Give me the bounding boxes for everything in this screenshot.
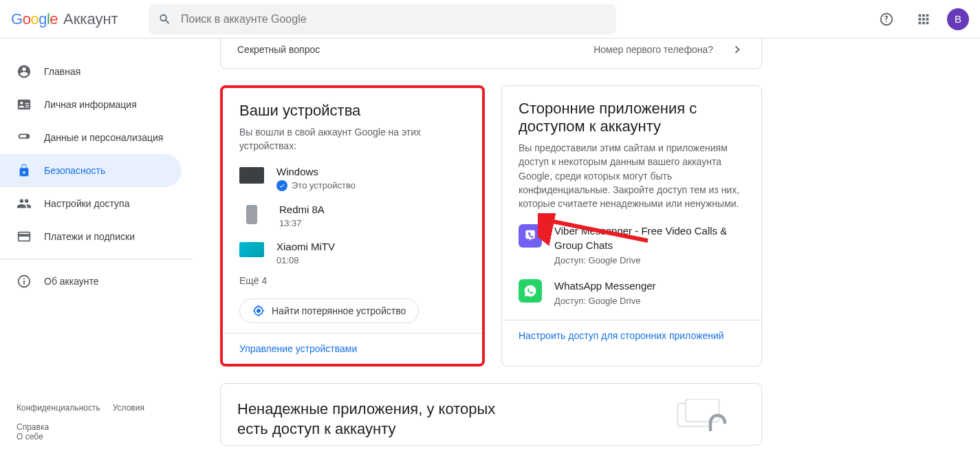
search-icon [158,12,171,26]
app-meta: Доступ: Google Drive [554,296,656,306]
manage-devices-link[interactable]: Управление устройствами [239,343,357,354]
desktop-icon [239,167,264,184]
sidebar-item-label: Личная информация [44,99,137,110]
sidebar-item-label: Главная [44,66,80,77]
check-badge-icon [276,180,287,191]
app-row[interactable]: Viber Messenger - Free Video Calls & Gro… [519,224,745,265]
sidebar-item-label: Об аккаунте [44,276,99,287]
less-secure-title: Ненадежные приложения, у которых есть до… [237,399,512,439]
footer-terms-link[interactable]: Условия [113,403,144,413]
devices-card: Ваши устройства Вы вошли в свой аккаунт … [220,85,485,367]
device-row[interactable]: Xiaomi MiTV 01:08 [239,241,466,265]
device-name: Xiaomi MiTV [276,241,335,252]
product-name: Аккаунт [63,10,118,28]
chevron-right-icon [730,42,745,57]
device-meta: Это устройство [276,180,356,191]
lock-icon [17,163,32,178]
sidebar-item-label: Безопасность [44,165,105,176]
devices-title: Ваши устройства [239,102,466,120]
help-button[interactable] [873,6,900,33]
sidebar-footer: Конфиденциальность Условия Справка О себ… [0,391,193,458]
device-meta: 13:37 [279,218,325,228]
apps-button[interactable] [910,6,937,33]
sidebar-item-label: Платежи и подписки [44,231,135,242]
apps-title: Сторонние приложения с доступом к аккаун… [519,100,745,135]
footer-privacy-link[interactable]: Конфиденциальность [17,403,100,413]
find-device-button[interactable]: Найти потерянное устройство [239,298,419,323]
device-name: Windows [276,166,356,177]
device-row[interactable]: Windows Это устройство [239,166,466,191]
app-row[interactable]: WhatsApp Messenger Доступ: Google Drive [519,279,745,306]
sidebar-item-label: Данные и персонализация [44,132,163,143]
device-name: Redmi 8A [279,204,325,215]
devices-more[interactable]: Ещё 4 [239,275,466,286]
info-icon [17,274,32,289]
sidebar-item-label: Настройки доступа [44,198,129,209]
id-card-icon [17,97,32,112]
logo-lockup[interactable]: Google Аккаунт [11,10,135,28]
people-icon [17,196,32,211]
sidebar-item-about[interactable]: Об аккаунте [0,265,182,298]
device-meta: 01:08 [276,255,335,265]
sidebar-item-home[interactable]: Главная [0,55,182,88]
row-label: Секретный вопрос [237,44,320,55]
sidebar-item-personal[interactable]: Личная информация [0,88,182,121]
user-circle-icon [17,64,32,79]
device-meta-text: Это устройство [292,180,356,190]
nav-separator [0,259,193,259]
phone-icon [246,205,257,224]
toggles-icon [17,130,32,145]
manage-apps-link[interactable]: Настроить доступ для сторонних приложени… [519,330,724,341]
sidebar-item-sharing[interactable]: Настройки доступа [0,187,182,220]
secret-question-row[interactable]: Секретный вопрос Номер первого телефона? [220,39,762,69]
header-tools: B [873,6,969,33]
sidebar-item-payments[interactable]: Платежи и подписки [0,220,182,253]
footer-about-link[interactable]: О себе [17,432,43,441]
sidebar: Главная Личная информация Данные и персо… [0,39,193,458]
content: Секретный вопрос Номер первого телефона?… [193,39,980,458]
header: Google Аккаунт B [0,0,980,39]
help-icon [879,12,894,27]
footer-help-link[interactable]: Справка [17,422,176,432]
app-meta: Доступ: Google Drive [554,255,745,265]
less-secure-illustration [669,399,745,433]
less-secure-apps-card: Ненадежные приложения, у которых есть до… [220,383,762,446]
apps-grid-icon [916,12,931,27]
sidebar-item-data[interactable]: Данные и персонализация [0,121,182,154]
google-logo: Google [11,10,58,28]
search-input[interactable] [181,13,607,25]
credit-card-icon [17,229,32,244]
whatsapp-icon [519,279,542,303]
viber-icon [519,224,542,248]
account-avatar[interactable]: B [947,8,969,30]
app-name: WhatsApp Messenger [554,279,656,293]
row-value: Номер первого телефона? [594,44,713,55]
sidebar-item-security[interactable]: Безопасность [0,154,182,187]
search-box[interactable] [149,4,616,34]
third-party-apps-card: Сторонние приложения с доступом к аккаун… [501,85,762,367]
avatar-letter: B [955,13,961,25]
svg-rect-1 [686,399,719,422]
find-device-label: Найти потерянное устройство [272,305,406,316]
devices-subtitle: Вы вошли в свой аккаунт Google на этих у… [239,125,466,153]
app-name: Viber Messenger - Free Video Calls & Gro… [554,224,745,252]
device-row[interactable]: Redmi 8A 13:37 [239,204,466,228]
apps-subtitle: Вы предоставили этим сайтам и приложения… [519,141,745,210]
tv-icon [239,242,264,257]
target-icon [252,305,265,317]
